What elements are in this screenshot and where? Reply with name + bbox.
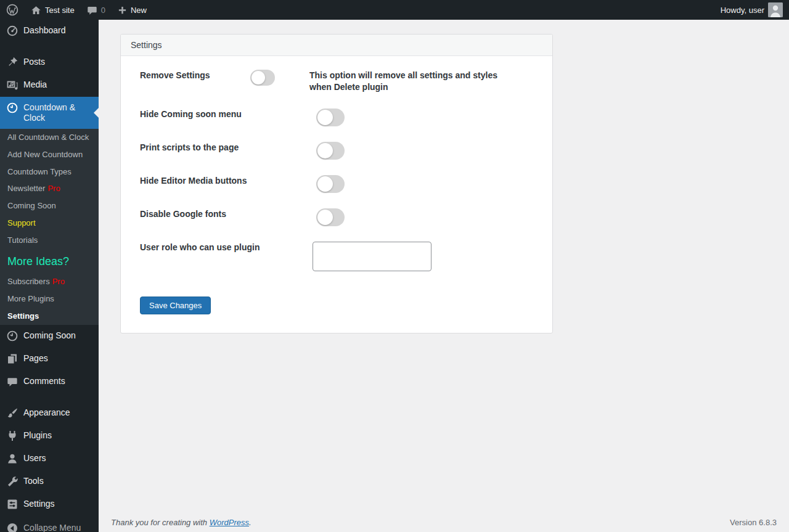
setting-row-disable-google-fonts: Disable Google fonts (140, 208, 542, 226)
collapse-menu-button[interactable]: Collapse Menu (0, 517, 99, 532)
submenu-item-more-ideas[interactable]: More Ideas? (0, 250, 99, 274)
submenu-item-coming-soon[interactable]: Coming Soon (0, 198, 99, 215)
comments-shortcut[interactable]: 0 (81, 0, 112, 20)
howdy-label: Howdy, user (721, 6, 764, 15)
sidebar-item-label: Media (23, 80, 47, 90)
wordpress-link[interactable]: WordPress (210, 518, 249, 527)
submenu-item-settings[interactable]: Settings (0, 308, 99, 325)
wordpress-logo-icon (6, 4, 18, 16)
sidebar-item-dashboard[interactable]: Dashboard (0, 20, 99, 43)
sidebar-item-tools[interactable]: Tools (0, 470, 99, 493)
home-icon (31, 5, 41, 15)
hide-coming-soon-menu-toggle[interactable] (316, 108, 345, 126)
site-name-menu[interactable]: Test site (25, 0, 81, 20)
sidebar-item-label: Dashboard (23, 25, 66, 36)
setting-row-print-scripts: Print scripts to the page (140, 142, 542, 160)
user-icon (6, 452, 18, 465)
user-role-input[interactable] (313, 242, 431, 271)
submenu-item-tutorials[interactable]: Tutorials (0, 232, 99, 250)
sidebar-item-label: Countdown & Clock (23, 102, 94, 123)
sidebar-item-appearance[interactable]: Appearance (0, 402, 99, 425)
sidebar-item-label: Appearance (23, 407, 70, 418)
submenu-item-more-plugins[interactable]: More Plugins (0, 290, 99, 308)
comment-bubble-icon (87, 5, 97, 15)
sidebar-item-label: Users (23, 453, 46, 464)
pro-badge: Pro (52, 277, 65, 286)
disable-google-fonts-toggle[interactable] (316, 208, 345, 226)
settings-panel: Settings Remove Settings This option wil… (120, 34, 553, 334)
countdown-submenu: All Countdown & Clock Add New Countdown … (0, 129, 99, 325)
sidebar-item-label: Collapse Menu (23, 523, 81, 532)
sidebar-item-label: Coming Soon (23, 330, 76, 341)
sidebar-item-label: Pages (23, 353, 48, 364)
sidebar-item-coming-soon[interactable]: Coming Soon (0, 325, 99, 348)
wordpress-logo-menu[interactable] (0, 0, 25, 20)
sidebar-item-comments[interactable]: Comments (0, 370, 99, 393)
setting-label: Hide Coming soon menu (140, 108, 316, 120)
paintbrush-icon (6, 407, 18, 419)
setting-label: Print scripts to the page (140, 142, 316, 153)
wrench-icon (6, 475, 18, 488)
remove-settings-toggle[interactable] (250, 70, 275, 86)
sidebar-item-users[interactable]: Users (0, 448, 99, 470)
save-changes-button[interactable]: Save Changes (140, 297, 211, 314)
clock-icon (6, 102, 18, 114)
new-label: New (131, 6, 147, 15)
sidebar-item-countdown-clock[interactable]: Countdown & Clock (0, 97, 99, 129)
setting-description: This option will remove all settings and… (309, 70, 515, 93)
hide-editor-media-buttons-toggle[interactable] (316, 175, 345, 193)
admin-bar-left: Test site 0 New (0, 0, 153, 20)
sidebar-item-label: Comments (23, 376, 65, 387)
panel-body: Remove Settings This option will remove … (121, 56, 552, 333)
sidebar-item-posts[interactable]: Posts (0, 51, 99, 74)
sidebar-item-label: Settings (23, 499, 55, 509)
menu-separator (0, 393, 99, 402)
sidebar-item-pages[interactable]: Pages (0, 348, 99, 370)
version-label: Version 6.8.3 (730, 518, 777, 527)
setting-row-hide-coming-soon-menu: Hide Coming soon menu (140, 108, 542, 126)
plug-icon (6, 430, 18, 442)
avatar (768, 2, 783, 17)
my-account-menu[interactable]: Howdy, user (714, 0, 789, 20)
pushpin-icon (6, 56, 18, 68)
submenu-item-countdown-types[interactable]: Countdown Types (0, 163, 99, 181)
setting-label: Remove Settings (140, 70, 250, 81)
setting-label: Disable Google fonts (140, 208, 316, 219)
sidebar-item-label: Plugins (23, 430, 52, 441)
settings-sliders-icon (6, 498, 18, 510)
submenu-item-newsletter[interactable]: NewsletterPro (0, 181, 99, 198)
comment-count: 0 (101, 6, 105, 15)
pages-icon (6, 353, 18, 365)
new-content-menu[interactable]: New (112, 0, 153, 20)
print-scripts-toggle[interactable] (316, 142, 345, 160)
setting-row-remove-settings: Remove Settings This option will remove … (140, 70, 542, 93)
clock-icon (6, 330, 18, 342)
sidebar-item-label: Tools (23, 476, 44, 486)
submenu-item-subscribers[interactable]: SubscribersPro (0, 273, 99, 290)
sidebar-item-plugins[interactable]: Plugins (0, 425, 99, 448)
dashboard-icon (6, 25, 18, 37)
submenu-item-support[interactable]: Support (0, 215, 99, 232)
sidebar-item-label: Posts (23, 57, 45, 67)
admin-bar-right: Howdy, user (714, 0, 789, 20)
sidebar: Dashboard Posts Media Countdown & Clock (0, 20, 99, 532)
setting-label: User role who can use plugin (140, 242, 313, 253)
plus-icon (118, 6, 127, 15)
setting-label: Hide Editor Media buttons (140, 175, 316, 186)
admin-bar: Test site 0 New Howdy, user (0, 0, 789, 20)
main-content: Settings Remove Settings This option wil… (99, 20, 789, 532)
site-name-label: Test site (45, 6, 75, 15)
submenu-item-add-new-countdown[interactable]: Add New Countdown (0, 146, 99, 163)
footer-thanks: Thank you for creating with WordPress. (111, 518, 251, 527)
footer: Thank you for creating with WordPress. V… (111, 518, 777, 527)
sidebar-item-settings[interactable]: Settings (0, 493, 99, 516)
panel-title: Settings (121, 35, 552, 56)
sidebar-item-media[interactable]: Media (0, 74, 99, 97)
menu-separator (0, 43, 99, 51)
setting-row-user-role: User role who can use plugin (140, 242, 542, 271)
submenu-item-all-countdown[interactable]: All Countdown & Clock (0, 129, 99, 146)
collapse-arrow-icon (6, 522, 18, 532)
pro-badge: Pro (47, 184, 60, 193)
media-icon (6, 79, 18, 91)
comment-bubble-icon (6, 375, 18, 388)
